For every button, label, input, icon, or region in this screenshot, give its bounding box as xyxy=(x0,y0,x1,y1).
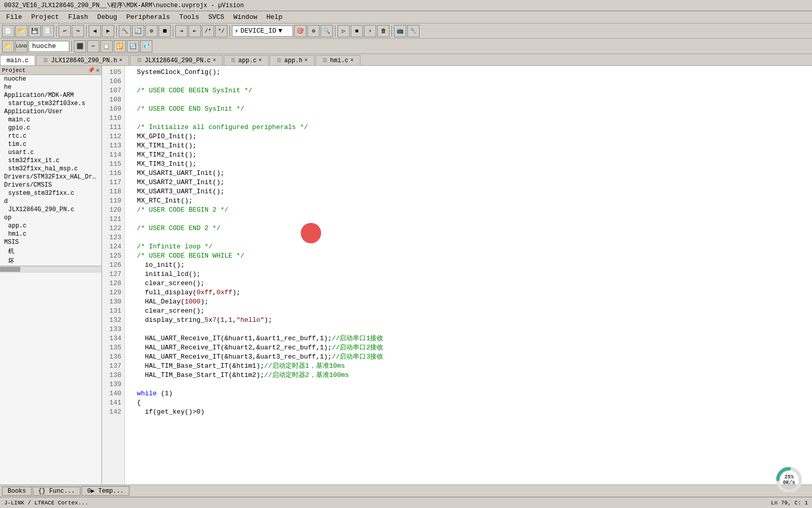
build-button[interactable]: 🔨 xyxy=(119,25,131,37)
sidebar-item[interactable]: he xyxy=(0,83,101,91)
code-line[interactable] xyxy=(129,215,808,224)
code-line[interactable]: /* USER CODE BEGIN 2 */ xyxy=(129,206,808,215)
code-line[interactable]: MX_USART2_UART_Init(); xyxy=(129,178,808,187)
sidebar-item[interactable]: stm32f1xx_hal_msp.c xyxy=(0,165,101,173)
menu-help[interactable]: Help xyxy=(263,12,286,22)
sidebar-item[interactable]: 机 xyxy=(0,246,101,256)
sidebar-item[interactable]: 坏 xyxy=(0,256,101,266)
code-container[interactable]: 1051061071081091101111121131141151161171… xyxy=(102,66,812,485)
stop-button[interactable]: ⏹ xyxy=(159,25,171,37)
sidebar-item[interactable]: system_stm32f1xx.c xyxy=(0,189,101,197)
code-line[interactable]: MX_USART1_UART_Init(); xyxy=(129,169,808,178)
code-line[interactable]: clear_screen(); xyxy=(129,279,808,288)
tab-jlx-c-close[interactable]: × xyxy=(213,58,216,63)
run-button[interactable]: ▷ xyxy=(337,25,350,37)
code-line[interactable]: MX_TIM3_Init(); xyxy=(129,160,808,169)
code-lines[interactable]: SystemClock_Config(); /* USER CODE BEGIN… xyxy=(125,66,812,485)
project-window-button[interactable]: 📁 xyxy=(2,40,14,53)
sidebar-item[interactable]: Application/MDK-ARM xyxy=(0,91,101,99)
menu-file[interactable]: File xyxy=(2,12,26,22)
sidebar-item[interactable]: startup_stm32f103xe.s xyxy=(0,99,101,108)
save-button[interactable]: 💾 xyxy=(29,25,41,37)
tab-jlx-h-close[interactable]: × xyxy=(119,58,122,63)
sidebar-item[interactable]: Application/User xyxy=(0,108,101,116)
sidebar-close-icon[interactable]: ✕ xyxy=(96,67,99,73)
sidebar-item[interactable]: stm32f1xx_it.c xyxy=(0,157,101,165)
code-line[interactable]: MX_TIM2_Init(); xyxy=(129,150,808,160)
view-button[interactable]: 📺 xyxy=(394,25,406,37)
tb2-btn2[interactable]: ✂ xyxy=(87,40,99,53)
menu-debug[interactable]: Debug xyxy=(93,12,121,22)
bottom-tab-books[interactable]: Books xyxy=(2,487,32,496)
code-line[interactable]: MX_RTC_Init(); xyxy=(129,196,808,206)
search-button[interactable]: 🔍 xyxy=(321,25,333,37)
code-line[interactable]: /* Infinite loop */ xyxy=(129,242,808,251)
tab-jlx-h[interactable]: 🗎 JLX12864G_290_PN.h × xyxy=(36,55,129,65)
menu-window[interactable]: Window xyxy=(229,12,261,22)
erase-button[interactable]: 🗑 xyxy=(377,25,389,37)
code-line[interactable]: MX_USART3_UART_Init(); xyxy=(129,187,808,196)
code-line[interactable]: full_display(0xff,0xff); xyxy=(129,288,808,297)
tb2-btn5[interactable]: 🔃 xyxy=(127,40,139,53)
sidebar-item[interactable]: tim.c xyxy=(0,140,101,148)
sidebar-item[interactable]: nuoche xyxy=(0,75,101,83)
code-line[interactable]: while (1) xyxy=(129,389,808,398)
sidebar-item[interactable]: Drivers/CMSIS xyxy=(0,181,101,189)
redo-button[interactable]: ↪ xyxy=(72,25,84,37)
menu-project[interactable]: Project xyxy=(27,12,63,22)
sidebar-item[interactable]: app.c xyxy=(0,222,101,230)
stop-run-button[interactable]: ■ xyxy=(351,25,363,37)
tb2-btn6[interactable]: 💎 xyxy=(140,40,152,53)
code-line[interactable]: /* USER CODE BEGIN SysInit */ xyxy=(129,86,808,95)
code-line[interactable]: HAL_TIM_Base_Start_IT(&htim2);//启动定时器2，基… xyxy=(129,371,808,380)
menu-peripherals[interactable]: Peripherals xyxy=(122,12,174,22)
sidebar-pin-icon[interactable]: 📌 xyxy=(88,67,95,73)
sidebar-item[interactable]: main.c xyxy=(0,116,101,124)
code-line[interactable]: HAL_Delay(1000); xyxy=(129,297,808,307)
sidebar-item[interactable]: Drivers/STM32F1xx_HAL_Dri... xyxy=(0,173,101,181)
tb2-btn4[interactable]: 🔁 xyxy=(114,40,126,53)
uncomment-button[interactable]: */ xyxy=(215,25,227,37)
new-button[interactable]: 📄 xyxy=(2,25,14,37)
code-line[interactable] xyxy=(129,77,808,86)
tab-app-c[interactable]: 🗎 app.c × xyxy=(224,55,269,65)
code-line[interactable]: HAL_UART_Receive_IT(&huart2,&uart2_rec_b… xyxy=(129,343,808,352)
open-button[interactable]: 📂 xyxy=(15,25,28,37)
code-line[interactable]: /* USER CODE END 2 */ xyxy=(129,224,808,233)
sidebar-item[interactable]: gpio.c xyxy=(0,124,101,132)
sidebar-item[interactable]: JLX12864G_290_PN.c xyxy=(0,206,101,214)
code-line[interactable]: clear_screen(); xyxy=(129,307,808,316)
flash-button[interactable]: ⚡ xyxy=(364,25,376,37)
code-line[interactable]: display_string_5x7(1,1,"hello"); xyxy=(129,316,808,325)
load-button[interactable]: LOAD xyxy=(15,40,28,53)
code-line[interactable] xyxy=(129,233,808,242)
code-line[interactable] xyxy=(129,380,808,389)
sidebar-item[interactable]: usart.c xyxy=(0,148,101,157)
code-line[interactable]: MX_TIM1_Init(); xyxy=(129,141,808,150)
tab-app-c-close[interactable]: × xyxy=(259,58,262,63)
code-line[interactable] xyxy=(129,114,808,123)
code-line[interactable]: SystemClock_Config(); xyxy=(129,68,808,77)
code-line[interactable]: /* USER CODE BEGIN WHILE */ xyxy=(129,251,808,261)
undo-button[interactable]: ↩ xyxy=(59,25,71,37)
tab-app-h[interactable]: 🗎 app.h × xyxy=(270,55,315,65)
options-button[interactable]: ⚙ xyxy=(307,25,320,37)
menu-tools[interactable]: Tools xyxy=(175,12,203,22)
code-line[interactable] xyxy=(129,95,808,105)
tab-hmi-c-close[interactable]: × xyxy=(351,58,354,63)
unindent-button[interactable]: ⇤ xyxy=(189,25,201,37)
compile-button[interactable]: ⚙ xyxy=(145,25,158,37)
forward-button[interactable]: ▶ xyxy=(102,25,114,37)
code-line[interactable]: /* Initialize all configured peripherals… xyxy=(129,123,808,132)
code-line[interactable]: { xyxy=(129,398,808,408)
code-line[interactable] xyxy=(129,325,808,334)
code-line[interactable]: if(get_key()>0) xyxy=(129,408,808,417)
tab-app-h-close[interactable]: × xyxy=(305,58,308,63)
code-line[interactable]: MX_GPIO_Init(); xyxy=(129,132,808,141)
device-id-box[interactable]: ⚡ DEVICE_ID ▼ xyxy=(232,26,293,37)
sidebar-item[interactable]: d xyxy=(0,197,101,206)
tb2-btn3[interactable]: 📋 xyxy=(100,40,113,53)
back-button[interactable]: ◀ xyxy=(89,25,101,37)
code-line[interactable]: HAL_UART_Receive_IT(&huart1,&uart1_rec_b… xyxy=(129,334,808,343)
code-line[interactable]: HAL_TIM_Base_Start_IT(&htim1);//启动定时器1，基… xyxy=(129,362,808,371)
